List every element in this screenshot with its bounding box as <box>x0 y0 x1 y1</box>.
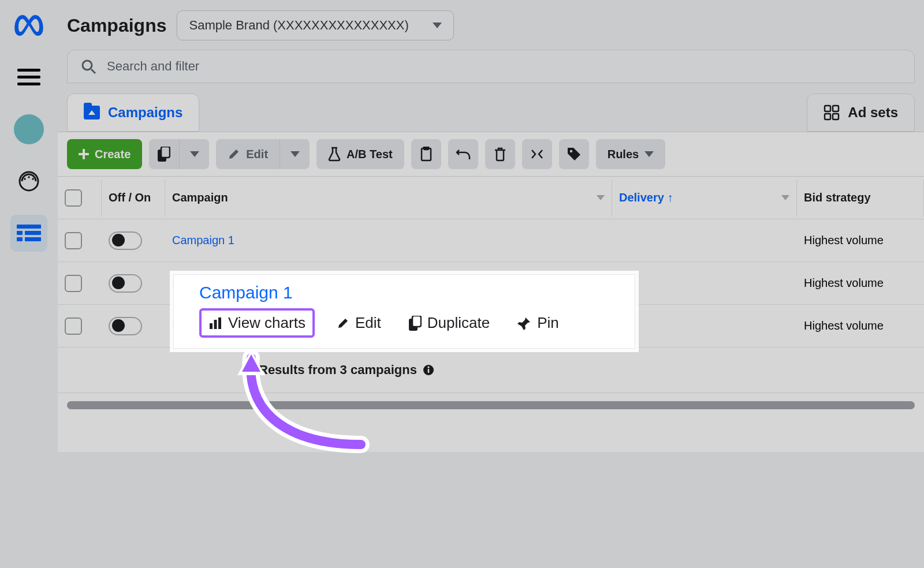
svg-rect-27 <box>428 369 430 373</box>
export-button[interactable] <box>522 139 552 169</box>
svg-line-13 <box>91 69 95 73</box>
ad-account-picker-label: Sample Brand (XXXXXXXXXXXXXXX) <box>189 18 408 33</box>
tag-icon <box>567 147 582 162</box>
pencil-icon <box>228 148 240 160</box>
svg-rect-11 <box>25 237 41 241</box>
horizontal-scrollbar[interactable] <box>67 401 915 409</box>
avatar[interactable] <box>10 111 47 148</box>
tab-adsets-label: Ad sets <box>848 104 898 121</box>
svg-point-12 <box>83 61 92 70</box>
edit-action[interactable]: Edit <box>331 312 387 334</box>
tab-campaigns[interactable]: Campaigns <box>67 94 199 132</box>
delivery-cell: Off <box>612 319 797 332</box>
tab-adsets[interactable]: Ad sets <box>807 94 915 132</box>
chevron-down-icon <box>433 23 442 28</box>
svg-rect-7 <box>17 225 41 229</box>
edit-button[interactable]: Edit <box>216 139 280 169</box>
svg-point-28 <box>427 367 429 368</box>
duplicate-action[interactable]: Duplicate <box>403 312 495 334</box>
col-campaign[interactable]: Campaign <box>165 180 612 216</box>
search-bar[interactable] <box>67 50 915 83</box>
flask-icon <box>328 147 341 162</box>
svg-rect-2 <box>17 83 40 85</box>
toggle[interactable] <box>109 317 142 335</box>
svg-rect-21 <box>161 147 170 158</box>
table-header: Off / On Campaign Delivery Bid strategy <box>58 177 924 219</box>
pin-action[interactable]: Pin <box>512 312 565 334</box>
tag-button[interactable] <box>559 139 589 169</box>
bid-cell: Highest volume <box>797 234 924 247</box>
svg-rect-1 <box>17 76 40 79</box>
create-button-label: Create <box>95 148 131 161</box>
svg-rect-33 <box>412 316 421 327</box>
svg-rect-31 <box>218 317 221 329</box>
svg-rect-19 <box>79 153 89 155</box>
left-rail <box>0 0 58 568</box>
campaign-name-link[interactable]: Campaign 1 <box>172 234 234 247</box>
view-charts-button[interactable]: View charts <box>199 308 315 338</box>
row-checkbox[interactable] <box>65 275 82 292</box>
search-input[interactable] <box>107 59 901 74</box>
info-icon[interactable] <box>423 364 434 376</box>
export-icon <box>530 148 545 160</box>
header-row: Campaigns Sample Brand (XXXXXXXXXXXXXXX) <box>58 0 924 44</box>
chevron-down-icon <box>781 195 789 200</box>
row-hover-actions: Campaign 1 View charts Edit Duplicate Pi… <box>173 274 635 349</box>
svg-rect-10 <box>17 237 23 241</box>
trash-icon <box>494 147 506 162</box>
undo-button[interactable] <box>448 139 478 169</box>
svg-point-25 <box>569 150 572 152</box>
svg-rect-8 <box>17 231 23 235</box>
svg-rect-24 <box>424 147 429 150</box>
svg-rect-15 <box>833 106 839 111</box>
bid-cell: Highest volume <box>797 319 924 332</box>
pin-icon <box>517 316 531 330</box>
meta-logo-icon[interactable] <box>10 7 47 44</box>
edit-dropdown[interactable] <box>280 139 310 169</box>
duplicate-button[interactable] <box>149 139 179 169</box>
svg-point-5 <box>28 176 30 178</box>
svg-rect-16 <box>825 114 830 119</box>
folder-icon <box>84 106 100 119</box>
pencil-icon <box>337 317 349 330</box>
abtest-button[interactable]: A/B Test <box>316 139 404 169</box>
summary-row: Results from 3 campaigns <box>58 347 924 393</box>
delivery-cell: Off <box>612 276 797 290</box>
tab-campaigns-label: Campaigns <box>108 104 182 121</box>
highlight-campaign-name[interactable]: Campaign 1 <box>199 283 621 302</box>
edit-button-label: Edit <box>246 148 268 161</box>
chevron-down-icon <box>644 151 654 157</box>
col-bid-strategy[interactable]: Bid strategy <box>797 180 924 216</box>
gauge-icon[interactable] <box>10 163 47 200</box>
clipboard-button[interactable] <box>411 139 441 169</box>
delete-button[interactable] <box>485 139 515 169</box>
copy-icon <box>158 147 170 162</box>
svg-rect-29 <box>210 323 213 329</box>
tabs-row: Campaigns Ad sets <box>58 83 924 132</box>
create-button[interactable]: Create <box>67 139 142 169</box>
select-all-checkbox[interactable] <box>65 189 82 207</box>
ad-account-picker[interactable]: Sample Brand (XXXXXXXXXXXXXXX) <box>177 10 454 40</box>
clipboard-icon <box>420 147 432 162</box>
abtest-button-label: A/B Test <box>346 148 393 161</box>
hamburger-menu-icon[interactable] <box>10 59 47 96</box>
ads-manager-table-icon[interactable] <box>10 215 47 252</box>
svg-rect-17 <box>833 114 839 119</box>
rules-button[interactable]: Rules <box>596 139 665 169</box>
row-checkbox[interactable] <box>65 232 82 249</box>
bar-chart-icon <box>208 316 222 330</box>
rules-button-label: Rules <box>608 148 639 161</box>
duplicate-dropdown[interactable] <box>179 139 209 169</box>
chevron-down-icon <box>597 195 605 200</box>
undo-icon <box>456 148 471 160</box>
col-off-on[interactable]: Off / On <box>102 180 165 216</box>
col-delivery[interactable]: Delivery <box>612 180 797 216</box>
bid-cell: Highest volume <box>797 276 924 290</box>
grid-icon <box>824 104 840 121</box>
copy-icon <box>409 316 422 331</box>
toggle[interactable] <box>109 274 142 293</box>
row-checkbox[interactable] <box>65 317 82 335</box>
toggle[interactable] <box>109 231 142 250</box>
svg-rect-14 <box>825 106 830 111</box>
svg-rect-30 <box>214 320 217 329</box>
